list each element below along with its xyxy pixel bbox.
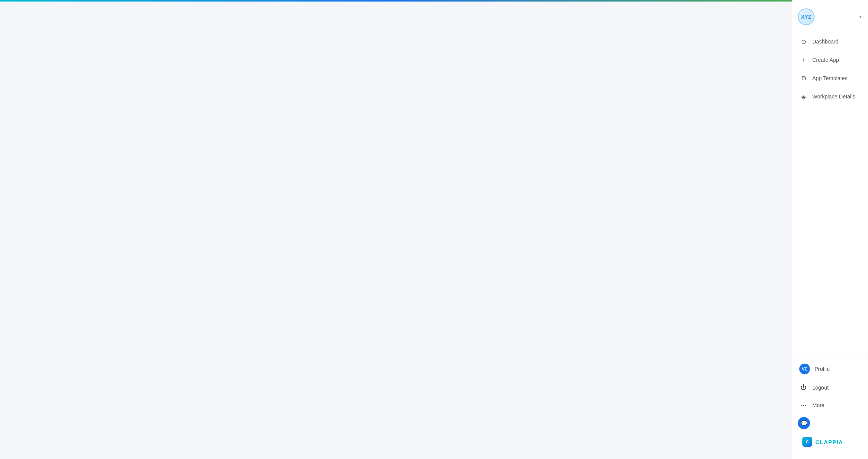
gradient-bar xyxy=(0,0,792,2)
sidebar-collapse-icon[interactable]: ▾ xyxy=(859,14,862,19)
sidebar-item-create-app[interactable]: ＋ Create App xyxy=(795,51,865,69)
app-templates-icon: ⧉ xyxy=(799,74,808,82)
sidebar-logo[interactable]: XYZ ▾ xyxy=(792,5,868,33)
sidebar-item-label: Dashboard xyxy=(812,39,839,45)
sidebar-item-label: Logout xyxy=(812,385,829,391)
sidebar-item-label: Workplace Details xyxy=(812,93,855,100)
sidebar-item-label: More xyxy=(812,402,824,408)
profile-avatar: VE xyxy=(799,364,810,374)
sidebar-bottom: VE Profile ⏻ Logout ⋯ More 💬 C CLAPPIA xyxy=(792,356,868,454)
sidebar-item-workplace-details[interactable]: ◈ Workplace Details xyxy=(795,88,865,105)
sidebar: XYZ ▾ ⊙ Dashboard ＋ Create App ⧉ App Tem… xyxy=(792,0,868,459)
sidebar-item-logout[interactable]: ⏻ Logout xyxy=(795,379,865,396)
logo-avatar: XYZ xyxy=(798,8,815,25)
clappia-brand: C CLAPPIA xyxy=(795,432,865,451)
sidebar-item-label: App Templates xyxy=(812,75,847,81)
dashboard-icon: ⊙ xyxy=(799,37,808,46)
sidebar-item-more[interactable]: ⋯ More xyxy=(795,396,865,414)
sidebar-nav: ⊙ Dashboard ＋ Create App ⧉ App Templates… xyxy=(792,33,868,353)
chat-bubble-button[interactable]: 💬 xyxy=(798,417,810,429)
sidebar-item-dashboard[interactable]: ⊙ Dashboard xyxy=(795,33,865,50)
sidebar-item-label: Create App xyxy=(812,57,839,63)
logout-icon: ⏻ xyxy=(799,383,808,392)
create-app-icon: ＋ xyxy=(799,56,808,64)
clappia-brand-name: CLAPPIA xyxy=(815,439,843,445)
chat-icon: 💬 xyxy=(801,420,807,426)
clappia-logo-icon: C xyxy=(802,437,812,447)
workplace-icon: ◈ xyxy=(799,92,808,101)
sidebar-item-app-templates[interactable]: ⧉ App Templates xyxy=(795,69,865,87)
sidebar-item-profile[interactable]: VE Profile xyxy=(795,359,865,379)
more-icon: ⋯ xyxy=(799,401,808,409)
sidebar-item-label: Profile xyxy=(815,366,830,372)
